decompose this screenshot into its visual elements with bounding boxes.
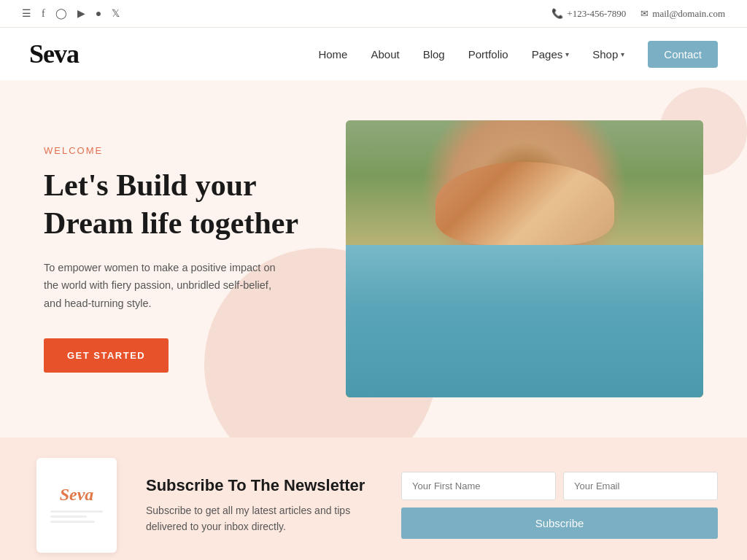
contact-info: 📞 +123-456-7890 ✉ mail@domain.com — [551, 8, 725, 20]
hero-welcome-label: Welcome — [44, 145, 321, 156]
newsletter-form: Subscribe — [401, 472, 718, 539]
nav-about[interactable]: About — [371, 48, 399, 61]
newsletter-logo-text: Seva — [60, 485, 94, 505]
facebook-icon[interactable]: f — [42, 8, 45, 20]
hero-image — [346, 120, 703, 397]
email-address: mail@domain.com — [652, 8, 725, 20]
newsletter-logo-area: Seva — [29, 458, 124, 553]
newsletter-line-1 — [50, 510, 103, 513]
youtube-icon[interactable]: ▶ — [77, 7, 85, 20]
hero-description: To empower women to make a positive impa… — [44, 259, 292, 313]
phone-icon: 📞 — [551, 8, 563, 20]
newsletter-logo-card: Seva — [36, 458, 117, 553]
newsletter-description: Subscribe to get all my latest articles … — [146, 502, 379, 535]
newsletter-section: Seva Subscribe To The Newsletter Subscri… — [0, 438, 747, 560]
nav-home[interactable]: Home — [318, 48, 347, 61]
newsletter-line-3 — [50, 521, 95, 523]
twitter-icon[interactable]: 𝕏 — [112, 7, 120, 20]
nav-links: Home About Blog Portfolio Pages ▾ Shop ▾… — [318, 41, 718, 68]
hero-section: Welcome Let's Build yourDream life toget… — [0, 80, 747, 438]
site-logo[interactable]: Seva — [29, 39, 79, 69]
subscribe-button[interactable]: Subscribe — [401, 508, 718, 539]
email-info: ✉ mail@domain.com — [640, 8, 725, 20]
social-links: ☰ f ◯ ▶ ● 𝕏 — [22, 7, 120, 20]
nav-shop[interactable]: Shop ▾ — [592, 48, 624, 61]
nav-blog[interactable]: Blog — [423, 48, 445, 61]
newsletter-logo-lines — [50, 510, 103, 526]
hero-title: Let's Build yourDream life together — [44, 166, 321, 243]
menu-icon[interactable]: ☰ — [22, 7, 31, 20]
hero-image-container — [336, 120, 703, 397]
newsletter-line-2 — [50, 516, 87, 518]
phone-number: +123-456-7890 — [567, 8, 626, 20]
contact-button[interactable]: Contact — [648, 41, 718, 68]
pages-dropdown-arrow: ▾ — [565, 50, 569, 58]
email-input[interactable] — [563, 472, 718, 500]
get-started-button[interactable]: GET STARTED — [44, 338, 169, 373]
newsletter-content: Subscribe To The Newsletter Subscribe to… — [146, 476, 379, 535]
top-bar: ☰ f ◯ ▶ ● 𝕏 📞 +123-456-7890 ✉ mail@domai… — [0, 0, 747, 28]
hero-image-visual — [346, 120, 703, 397]
first-name-input[interactable] — [401, 472, 556, 500]
instagram-icon[interactable]: ◯ — [55, 7, 67, 20]
newsletter-title: Subscribe To The Newsletter — [146, 476, 379, 495]
hero-content: Welcome Let's Build yourDream life toget… — [44, 145, 336, 373]
nav-portfolio[interactable]: Portfolio — [468, 48, 508, 61]
navbar: Seva Home About Blog Portfolio Pages ▾ S… — [0, 28, 747, 80]
pinterest-icon[interactable]: ● — [96, 8, 101, 20]
nav-pages[interactable]: Pages ▾ — [532, 48, 570, 61]
email-icon: ✉ — [640, 8, 649, 20]
shop-dropdown-arrow: ▾ — [621, 50, 624, 58]
newsletter-inputs — [401, 472, 718, 500]
phone-info: 📞 +123-456-7890 — [551, 8, 626, 20]
